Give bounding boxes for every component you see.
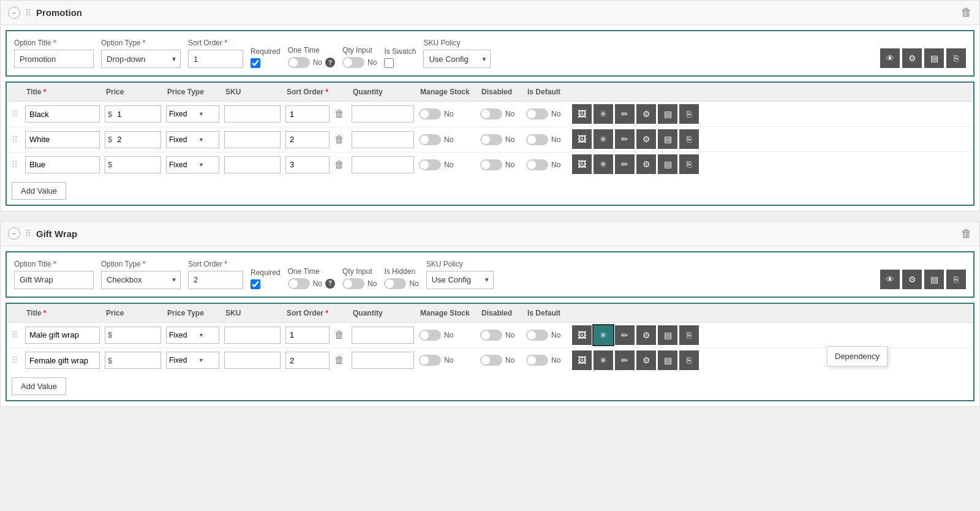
value-price-type-select[interactable]: FixedPercent [167,132,196,148]
value-sortorder-input[interactable] [285,131,330,148]
value-price-type-select[interactable]: FixedPercent [167,352,196,368]
toggle-switch[interactable] [288,57,310,68]
toggle-switch[interactable] [384,278,406,289]
value-title-input[interactable] [25,105,100,123]
add-value-button[interactable]: Add Value [12,377,66,395]
value-sortorder-input[interactable] [285,327,330,344]
value-quantity-input[interactable] [352,156,414,173]
table-button[interactable]: ▤ [658,154,677,174]
value-sku-input[interactable] [224,327,281,344]
required-checkbox[interactable] [251,58,260,68]
gear-button[interactable]: ⚙ [636,325,656,345]
asterisk-button[interactable]: ✳ [594,104,613,124]
asterisk-button[interactable]: ✳ [594,154,613,174]
value-title-input[interactable] [25,156,100,173]
value-title-input[interactable] [25,131,100,148]
help-icon[interactable]: ? [325,279,335,289]
toggle-switch[interactable] [526,355,548,366]
value-price-input[interactable] [115,106,151,122]
value-delete-button[interactable]: 🗑 [334,159,344,170]
value-sku-input[interactable] [224,131,281,148]
toggle-switch[interactable] [419,159,441,170]
asterisk-button[interactable]: ✳ [594,129,613,149]
sort-order-input[interactable] [188,271,243,289]
value-sku-input[interactable] [224,105,281,123]
copy-button[interactable]: ⎘ [679,325,699,345]
value-price-input[interactable] [115,352,151,368]
sku-policy-select[interactable]: Use ConfigIndividualGrouped [423,50,491,68]
sku-policy-select[interactable]: Use ConfigIndividualGrouped [426,271,494,289]
toggle-switch[interactable] [480,134,502,145]
copy-button[interactable]: ⎘ [679,129,699,149]
pencil-button[interactable]: ✏ [615,129,635,149]
table-button[interactable]: ▤ [658,129,677,149]
value-delete-button[interactable]: 🗑 [334,330,344,341]
value-price-input[interactable] [115,157,151,173]
row-drag-handle[interactable]: ⠿ [9,330,20,340]
table-button[interactable]: ▤ [658,350,677,370]
copy-button[interactable]: ⎘ [679,350,699,370]
value-delete-button[interactable]: 🗑 [334,108,344,119]
toggle-switch[interactable] [526,159,548,170]
toggle-switch[interactable] [526,108,548,119]
qty-input-toggle[interactable]: No [342,278,377,289]
option-type-select[interactable]: Drop-downRadio ButtonsCheckboxMultiple S… [101,271,181,289]
option-title-input[interactable] [14,271,94,289]
image-button[interactable]: 🖼 [572,104,592,124]
value-price-type-select[interactable]: FixedPercent [167,157,196,173]
qty-input-toggle[interactable]: No [342,57,377,68]
one-time-toggle[interactable]: No? [288,278,335,289]
pencil-button[interactable]: ✏ [615,350,635,370]
is-swatch-checkbox[interactable] [384,58,394,68]
value-delete-button[interactable]: 🗑 [334,134,344,145]
copy-button[interactable]: ⎘ [679,104,699,124]
value-price-input[interactable] [115,327,151,343]
asterisk-button[interactable]: ✳ [594,325,613,345]
row-drag-handle[interactable]: ⠿ [9,160,20,170]
value-price-type-select[interactable]: FixedPercent [167,327,196,343]
pencil-button[interactable]: ✏ [615,154,635,174]
value-price-type-select[interactable]: FixedPercent [167,106,196,122]
value-delete-button[interactable]: 🗑 [334,355,344,366]
option-type-select[interactable]: Drop-downRadio ButtonsCheckboxMultiple S… [101,50,181,68]
copy-button[interactable]: ⎘ [946,270,966,289]
section-delete-button[interactable]: 🗑 [961,227,972,240]
toggle-switch[interactable] [419,330,441,341]
table-button[interactable]: ▤ [658,104,677,124]
value-quantity-input[interactable] [352,352,414,369]
image-button[interactable]: 🖼 [572,154,592,174]
drag-handle[interactable]: ⠿ [25,229,31,238]
value-sortorder-input[interactable] [285,352,330,369]
pencil-button[interactable]: ✏ [615,325,635,345]
toggle-switch[interactable] [288,278,310,289]
toggle-switch[interactable] [342,278,364,289]
toggle-switch[interactable] [342,57,364,68]
row-drag-handle[interactable]: ⠿ [9,355,20,365]
gear-button[interactable]: ⚙ [636,104,656,124]
gear-button[interactable]: ⚙ [636,350,656,370]
gear-button[interactable]: ⚙ [902,270,922,289]
asterisk-button[interactable]: ✳ [594,350,613,370]
value-price-input[interactable] [115,132,151,148]
value-sortorder-input[interactable] [285,105,330,123]
gear-button[interactable]: ⚙ [636,154,656,174]
required-checkbox[interactable] [251,279,260,289]
copy-button[interactable]: ⎘ [679,154,699,174]
toggle-switch[interactable] [419,355,441,366]
value-title-input[interactable] [25,352,100,369]
table-button[interactable]: ▤ [658,325,677,345]
table-button[interactable]: ▤ [924,48,944,68]
row-drag-handle[interactable]: ⠿ [9,135,20,145]
value-sku-input[interactable] [224,156,281,173]
eye-button[interactable]: 👁 [880,48,900,68]
image-button[interactable]: 🖼 [572,350,592,370]
toggle-switch[interactable] [480,330,502,341]
collapse-button[interactable]: − [8,227,20,240]
add-value-button[interactable]: Add Value [12,182,66,200]
image-button[interactable]: 🖼 [572,129,592,149]
section-delete-button[interactable]: 🗑 [961,6,972,19]
value-sku-input[interactable] [224,352,281,369]
toggle-switch[interactable] [526,134,548,145]
one-time-toggle[interactable]: No? [288,57,335,68]
toggle-switch[interactable] [419,108,441,119]
